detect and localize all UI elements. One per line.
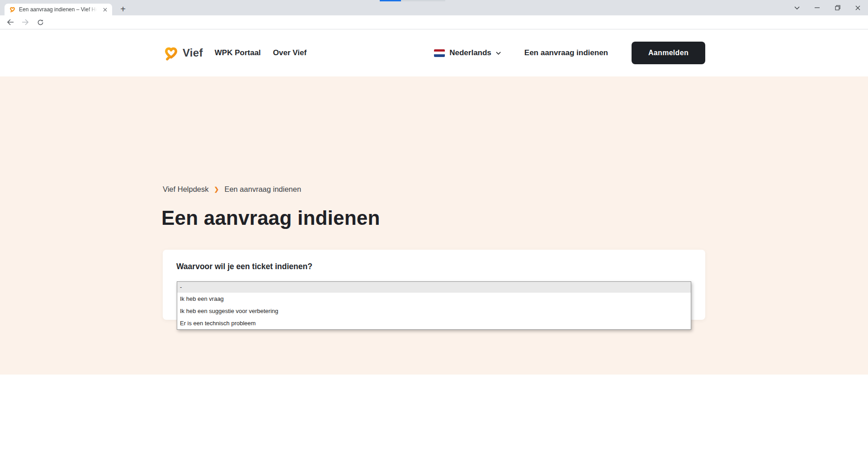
reload-icon[interactable] [33, 16, 47, 28]
dutch-flag-icon [434, 49, 445, 57]
favicon-heart-icon [9, 6, 16, 13]
breadcrumb-home[interactable]: Vief Helpdesk [163, 185, 209, 194]
hero-section: Vief Helpdesk ❯ Een aanvraag indienen Ee… [0, 76, 868, 375]
breadcrumb: Vief Helpdesk ❯ Een aanvraag indienen [163, 185, 301, 194]
main-nav: WPK Portaal Over Vief [215, 48, 307, 57]
browser-toolbar: viefbv.zendesk.com/hc/nl/requests/new [0, 15, 868, 29]
browser-tab[interactable]: Een aanvraag indienen – Vief Hel [5, 4, 112, 15]
language-label: Nederlands [449, 48, 491, 57]
download-progress-strip [380, 0, 401, 1]
site-header: Vief WPK Portaal Over Vief Nederlands Ee… [0, 29, 868, 76]
ticket-question-label: Waarvoor wil je een ticket indienen? [176, 262, 312, 271]
footer: </> HEALTH-E JOIN THE REVOLUTION DOWNLOA… [0, 375, 868, 470]
nav-over-vief[interactable]: Over Vief [273, 48, 307, 57]
forward-icon[interactable] [19, 16, 32, 28]
brand-name: Vief [183, 47, 203, 59]
minimize-icon[interactable] [807, 0, 827, 15]
tab-strip: Een aanvraag indienen – Vief Hel + [0, 0, 868, 15]
breadcrumb-chevron-icon: ❯ [214, 186, 219, 193]
tab-close-icon[interactable] [101, 6, 108, 13]
ticket-type-select[interactable]: - Ik heb een vraag Ik heb een suggestie … [177, 281, 691, 330]
close-icon[interactable] [848, 0, 868, 15]
breadcrumb-current: Een aanvraag indienen [224, 185, 301, 194]
tab-title: Een aanvraag indienen – Vief Hel [19, 6, 97, 13]
select-option-vraag[interactable]: Ik heb een vraag [177, 293, 691, 305]
browser-window: Een aanvraag indienen – Vief Hel + [0, 0, 868, 470]
window-controls [787, 0, 868, 15]
language-selector[interactable]: Nederlands [434, 48, 501, 57]
back-icon[interactable] [4, 16, 17, 28]
restore-icon[interactable] [827, 0, 848, 15]
heart-icon [163, 46, 179, 61]
header-request-link[interactable]: Een aanvraag indienen [524, 48, 608, 57]
tab-search-chevron-icon[interactable] [787, 0, 807, 15]
progress-strip-track [401, 0, 445, 1]
signin-button[interactable]: Aanmelden [632, 42, 705, 64]
nav-wpk-portaal[interactable]: WPK Portaal [215, 48, 261, 57]
select-option-technisch[interactable]: Er is een technisch probleem [177, 317, 691, 329]
chevron-down-icon [496, 52, 501, 55]
new-tab-button[interactable]: + [117, 3, 129, 15]
select-option-suggestie[interactable]: Ik heb een suggestie voor verbetering [177, 305, 691, 317]
vief-logo[interactable]: Vief [163, 46, 203, 61]
select-selected-option[interactable]: - [177, 282, 691, 293]
page-title: Een aanvraag indienen [161, 207, 380, 229]
